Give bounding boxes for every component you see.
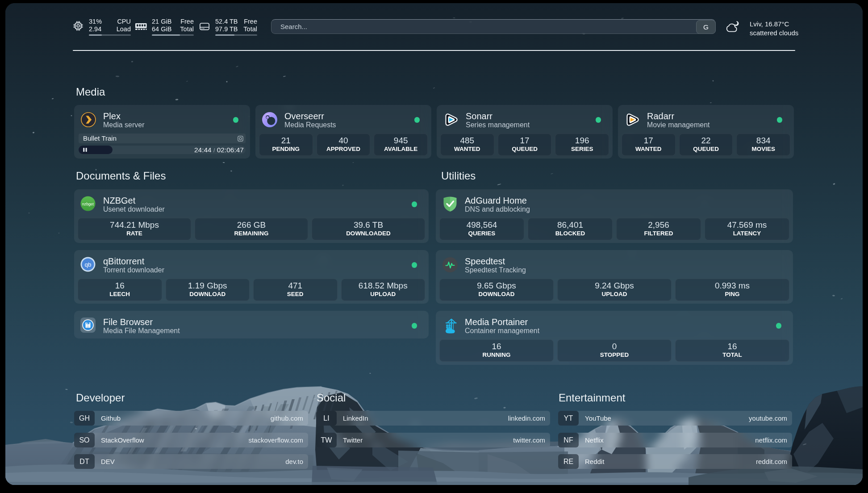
- svg-text:nzbget: nzbget: [82, 202, 94, 206]
- svg-text:qb: qb: [84, 261, 91, 268]
